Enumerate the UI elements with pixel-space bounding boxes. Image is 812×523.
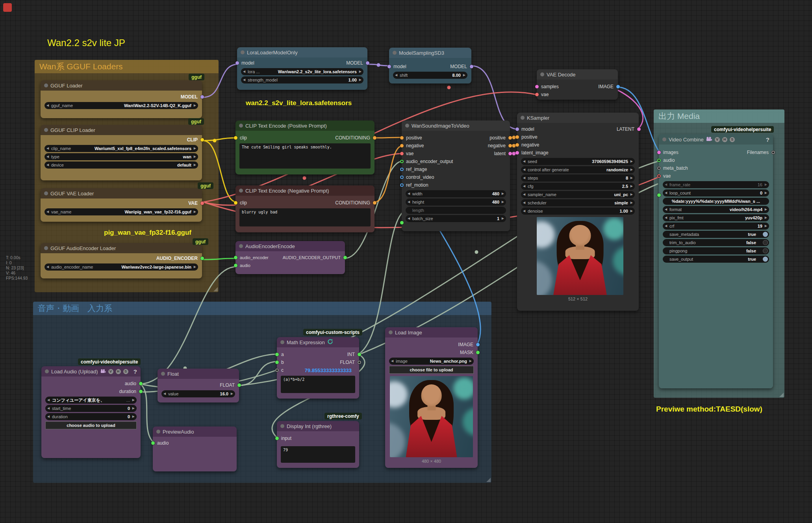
stepper-decrease-icon[interactable]: ◀ — [523, 210, 525, 213]
node-clip-text-encode-positive[interactable]: CLIP Text Encode (Positive Prompt) clipC… — [235, 121, 374, 174]
choose-audio-button[interactable]: choose audio to upload — [45, 421, 137, 429]
collapse-dot[interactable] — [393, 51, 397, 55]
stepper-decrease-icon[interactable]: ◀ — [665, 216, 667, 219]
stepper-increase-icon[interactable]: ▶ — [765, 216, 767, 219]
stepper-increase-icon[interactable]: ▶ — [630, 168, 633, 171]
node-video-combine[interactable]: Video Combine VHS ? imagesFilenames audi… — [659, 134, 773, 388]
lora-name-widget[interactable]: ◀lora ...Wan\wan2.2_s2v_lite_lora.safete… — [241, 68, 363, 75]
collapse-dot[interactable] — [44, 128, 48, 132]
group-resize-handle[interactable] — [213, 287, 218, 291]
node-math-expression[interactable]: Math Expression aINT bFLOAT c79.85533333… — [277, 337, 359, 399]
pix-fmt-widget[interactable]: ◀pix_fmtyuv420p▶ — [663, 214, 769, 221]
stepper-increase-icon[interactable]: ▶ — [502, 217, 504, 220]
filenames-output-port[interactable] — [771, 151, 775, 154]
samples-input-port[interactable] — [535, 85, 539, 89]
stepper-increase-icon[interactable]: ▶ — [630, 210, 633, 213]
stepper-decrease-icon[interactable]: ◀ — [243, 70, 245, 73]
stepper-decrease-icon[interactable]: ◀ — [163, 392, 166, 395]
stepper-increase-icon[interactable]: ▶ — [359, 78, 362, 82]
latent-output-port[interactable] — [637, 128, 641, 131]
audio-encoder-output-port[interactable] — [200, 257, 204, 260]
node-clip-text-encode-negative[interactable]: CLIP Text Encode (Negative Prompt) clipC… — [235, 185, 374, 232]
input-port[interactable] — [275, 437, 279, 440]
node-gguf-vae-loader[interactable]: GGUF VAE Loader VAE ◀vae_nameWan\pig_wan… — [41, 188, 202, 222]
stepper-decrease-icon[interactable]: ◀ — [665, 191, 667, 195]
node-load-image[interactable]: Load Image IMAGE MASK ◀imageNews_anchor.… — [385, 327, 478, 468]
stepper-increase-icon[interactable]: ▶ — [194, 210, 196, 213]
clip-name-widget[interactable]: ◀clip_nameWan\umt5_xxl_fp8_e4m3fn_scaled… — [44, 145, 198, 152]
model-output-port[interactable] — [366, 61, 369, 65]
height-widget[interactable]: ◀height480▶ — [406, 198, 506, 206]
choose-file-button[interactable]: choose file to upload — [389, 366, 474, 374]
vae-name-widget[interactable]: ◀vae_nameWan\pig_wan_vae_fp32-f16.gguf▶ — [44, 208, 198, 215]
duration-output-port[interactable] — [139, 390, 143, 393]
meta-batch-input-port[interactable] — [657, 167, 661, 170]
stepper-increase-icon[interactable]: ▶ — [630, 160, 633, 163]
collapse-dot[interactable] — [45, 369, 49, 373]
stepper-decrease-icon[interactable]: ◀ — [395, 74, 397, 77]
help-icon[interactable]: ? — [766, 136, 769, 143]
stepper-increase-icon[interactable]: ▶ — [502, 192, 504, 195]
stepper-decrease-icon[interactable]: ◀ — [391, 360, 393, 363]
stepper-decrease-icon[interactable]: ◀ — [665, 208, 667, 211]
stepper-decrease-icon[interactable]: ◀ — [523, 176, 525, 180]
duration-widget[interactable]: ◀duration0▶ — [45, 413, 137, 420]
node-float[interactable]: Float FLOAT ◀value16.0▶ — [158, 369, 239, 402]
collapse-dot[interactable] — [44, 83, 48, 87]
prompt-textarea[interactable]: The cute Smiling girl speaks smoothly. — [239, 143, 371, 169]
control-after-generate-widget[interactable]: ◀control after generaterandomize▶ — [521, 166, 635, 173]
help-icon[interactable]: ? — [133, 368, 137, 375]
control-video-input-port[interactable] — [400, 176, 404, 179]
device-widget[interactable]: ◀devicedefault▶ — [44, 161, 198, 169]
vae-input-port[interactable] — [535, 93, 539, 96]
collapse-dot[interactable] — [239, 124, 243, 128]
conditioning-output-port[interactable] — [373, 136, 376, 140]
collapse-dot[interactable] — [521, 116, 525, 120]
stepper-increase-icon[interactable]: ▶ — [765, 224, 767, 228]
stepper-decrease-icon[interactable]: ◀ — [46, 147, 49, 150]
stepper-decrease-icon[interactable]: ◀ — [47, 407, 50, 410]
ref-image-input-port[interactable] — [400, 168, 404, 171]
stepper-increase-icon[interactable]: ▶ — [765, 208, 767, 211]
gguf-name-widget[interactable]: ◀gguf_nameWan\Wan2.2-S2V-14B-Q2_K.gguf▶ — [44, 102, 198, 109]
collapse-dot[interactable] — [44, 246, 48, 250]
audio-input-port[interactable] — [657, 159, 661, 162]
stepper-decrease-icon[interactable]: ◀ — [243, 78, 245, 82]
collapse-dot[interactable] — [239, 189, 243, 193]
stepper-increase-icon[interactable]: ▶ — [502, 200, 504, 204]
model-input-port[interactable] — [387, 65, 391, 69]
group-resize-handle[interactable] — [779, 393, 784, 397]
collapse-dot[interactable] — [44, 191, 48, 195]
cfg-widget[interactable]: ◀cfg2.5▶ — [521, 183, 635, 190]
vae-input-port[interactable] — [400, 152, 404, 156]
stepper-increase-icon[interactable]: ▶ — [630, 193, 633, 196]
stepper-increase-icon[interactable]: ▶ — [132, 399, 135, 402]
latent-output-port[interactable] — [508, 152, 512, 156]
stepper-increase-icon[interactable]: ▶ — [194, 147, 196, 150]
negative-output-port[interactable] — [508, 144, 512, 148]
stepper-decrease-icon[interactable]: ◀ — [46, 210, 49, 213]
save-output-toggle[interactable]: save_outputtrue — [663, 256, 769, 263]
collapse-dot[interactable] — [280, 340, 284, 344]
images-input-port[interactable] — [657, 151, 661, 154]
node-model-sampling-sd3[interactable]: ModelSamplingSD3 modelMODEL ◀shift8.00▶ — [389, 48, 471, 83]
model-input-port[interactable] — [515, 128, 519, 131]
stepper-increase-icon[interactable]: ▶ — [765, 191, 767, 195]
stepper-increase-icon[interactable]: ▶ — [194, 163, 196, 167]
int-output-port[interactable] — [358, 353, 361, 356]
positive-input-port[interactable] — [515, 135, 519, 139]
expression-textarea[interactable]: (a)*b+b/2 — [281, 376, 355, 393]
stepper-decrease-icon[interactable]: ◀ — [523, 160, 525, 163]
start-time-widget[interactable]: ◀start_time0▶ — [45, 405, 137, 412]
stepper-decrease-icon[interactable]: ◀ — [47, 415, 50, 418]
stepper-increase-icon[interactable]: ▶ — [765, 183, 767, 186]
trim-to-audio-toggle[interactable]: trim_to_audiofalse — [663, 239, 769, 246]
stepper-decrease-icon[interactable]: ◀ — [408, 217, 410, 220]
audio-input-port[interactable] — [151, 441, 155, 445]
stepper-increase-icon[interactable]: ▶ — [630, 176, 633, 180]
vae-output-port[interactable] — [200, 202, 204, 205]
type-widget[interactable]: ◀typewan▶ — [44, 153, 198, 160]
audio-encoder-output-port[interactable] — [343, 256, 347, 260]
group-title-inputs[interactable]: 音声・動画 入力系 — [33, 302, 491, 315]
sampler-name-widget[interactable]: ◀sampler_nameuni_pc▶ — [521, 191, 635, 198]
